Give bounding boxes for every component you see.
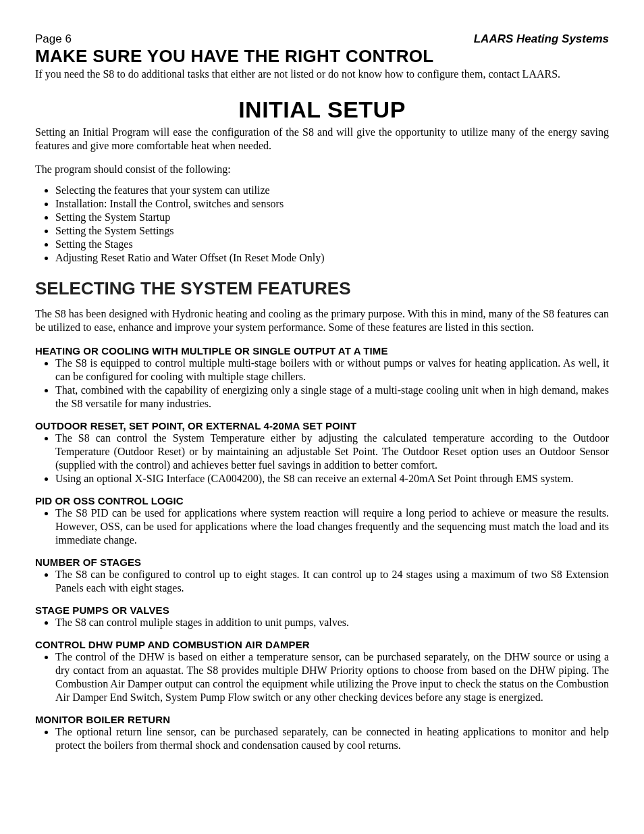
initial-bullet-item: Setting the System Startup (55, 211, 609, 224)
feature-bullet-item: The optional return line sensor, can be … (55, 725, 609, 752)
feature-bullet-list: The S8 is equipped to control multiple m… (35, 357, 609, 411)
feature-subheading: OUTDOOR RESET, SET POINT, OR EXTERNAL 4-… (35, 420, 609, 432)
feature-bullet-item: The S8 can control muliple stages in add… (55, 616, 609, 629)
feature-bullet-list: The S8 PID can be used for applications … (35, 506, 609, 547)
feature-bullet-list: The S8 can control the System Temperatur… (35, 432, 609, 486)
top-subtext: If you need the S8 to do additional task… (35, 68, 609, 80)
page-header: Page 6 LAARS Heating Systems (35, 32, 609, 46)
feature-bullet-item: The S8 can control the System Temperatur… (55, 432, 609, 472)
feature-bullet-list: The S8 can control muliple stages in add… (35, 616, 609, 629)
feature-bullet-list: The control of the DHW is based on eithe… (35, 650, 609, 704)
feature-subheading: MONITOR BOILER RETURN (35, 714, 609, 725)
feature-subheading: CONTROL DHW PUMP AND COMBUSTION AIR DAMP… (35, 639, 609, 650)
initial-bullet-item: Selecting the features that your system … (55, 184, 609, 197)
feature-bullet-list: The S8 can be configured to control up t… (35, 568, 609, 595)
feature-bullet-item: The S8 is equipped to control multiple m… (55, 357, 609, 384)
feature-bullet-item: Using an optional X-SIG Interface (CA004… (55, 472, 609, 486)
feature-bullet-item: The S8 PID can be used for applications … (55, 506, 609, 547)
initial-bullet-item: Adjusting Reset Ratio and Water Offset (… (55, 251, 609, 265)
feature-subheading: HEATING OR COOLING WITH MULTIPLE OR SING… (35, 345, 609, 357)
initial-paragraph-2: The program should consist of the follow… (35, 163, 609, 176)
initial-bullet-item: Setting the System Settings (55, 224, 609, 238)
feature-bullet-list: The optional return line sensor, can be … (35, 725, 609, 752)
initial-paragraph-1: Setting an Initial Program will ease the… (35, 126, 609, 153)
feature-bullet-item: That, combined with the capability of en… (55, 384, 609, 411)
feature-subheading: NUMBER OF STAGES (35, 556, 609, 568)
initial-bullet-item: Installation: Install the Control, switc… (55, 197, 609, 211)
feature-subheading: PID OR OSS CONTROL LOGIC (35, 495, 609, 506)
feature-bullet-item: The control of the DHW is based on eithe… (55, 650, 609, 704)
features-heading: SELECTING THE SYSTEM FEATURES (35, 278, 609, 299)
initial-bullet-list: Selecting the features that your system … (35, 184, 609, 265)
initial-setup-heading: INITIAL SETUP (35, 97, 609, 123)
feature-subheading: STAGE PUMPS OR VALVES (35, 604, 609, 616)
top-heading: MAKE SURE YOU HAVE THE RIGHT CONTROL (35, 46, 609, 67)
brand-label: LAARS Heating Systems (474, 32, 609, 46)
initial-bullet-item: Setting the Stages (55, 238, 609, 251)
page-number: Page 6 (35, 32, 72, 46)
feature-bullet-item: The S8 can be configured to control up t… (55, 568, 609, 595)
feature-sections-container: HEATING OR COOLING WITH MULTIPLE OR SING… (35, 345, 609, 752)
features-intro: The S8 has been designed with Hydronic h… (35, 307, 609, 334)
document-page: Page 6 LAARS Heating Systems MAKE SURE Y… (0, 0, 644, 834)
